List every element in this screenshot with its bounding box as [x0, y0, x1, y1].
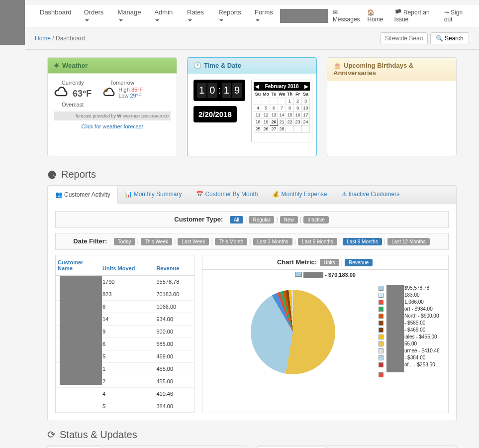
- legend-more[interactable]: [379, 372, 443, 377]
- cal-day[interactable]: 8: [286, 105, 294, 112]
- pill-all[interactable]: All: [230, 216, 243, 224]
- tab-icon: 👥: [55, 191, 63, 198]
- tab-crew-teams[interactable]: 👥Crew Teams: [152, 446, 204, 448]
- pill-this-week[interactable]: This Week: [141, 238, 172, 245]
- search-input[interactable]: [381, 32, 428, 44]
- cal-next-icon[interactable]: ▶: [304, 84, 308, 89]
- cal-day: [262, 98, 270, 105]
- cal-day[interactable]: 15: [286, 112, 294, 118]
- pill-new[interactable]: New: [280, 216, 298, 224]
- cal-day[interactable]: 1: [286, 98, 294, 105]
- cal-day[interactable]: 5: [262, 105, 270, 112]
- pill-today[interactable]: Today: [114, 238, 135, 245]
- sign-out-link[interactable]: ↪ Sign out: [444, 9, 469, 23]
- cal-day[interactable]: 27: [270, 125, 278, 132]
- customer-type-filter: Customer Type: All|Regular|New|Inactive: [55, 211, 449, 228]
- mini-calendar[interactable]: ◀February 2018▶ SuMoTuWeThFrSa1234567891…: [251, 80, 312, 142]
- customer-activity-table: Customer NameUnits MovedRevenue179095578…: [55, 255, 194, 413]
- cal-day[interactable]: 7: [278, 105, 286, 112]
- redacted-brand: [280, 9, 328, 23]
- cal-day[interactable]: 23: [294, 118, 302, 125]
- tab-orders[interactable]: 🔒Orders: [326, 446, 366, 448]
- cal-day[interactable]: 2: [294, 98, 302, 105]
- cal-prev-icon[interactable]: ◀: [255, 84, 259, 89]
- breadcrumb-home[interactable]: Home: [35, 35, 51, 42]
- nav-admin[interactable]: Admin: [149, 4, 180, 27]
- cal-day[interactable]: 3: [302, 98, 310, 105]
- nav-orders[interactable]: Orders: [79, 4, 110, 27]
- column-header[interactable]: Units Moved: [100, 255, 154, 276]
- redacted-logo: [0, 0, 25, 45]
- column-header[interactable]: Customer Name: [56, 255, 100, 276]
- cal-day[interactable]: 28: [278, 125, 286, 132]
- cal-day[interactable]: 22: [286, 118, 294, 125]
- messages-link[interactable]: ✉ Messages: [333, 9, 363, 23]
- pie-chart-icon: [47, 170, 57, 180]
- cal-day[interactable]: 26: [262, 125, 270, 132]
- pill-revenue[interactable]: Revenue: [345, 259, 373, 266]
- weather-forecast-link[interactable]: Click for weather forecast: [81, 123, 143, 129]
- home-link[interactable]: 🏠 Home: [367, 9, 389, 23]
- cal-day[interactable]: 25: [254, 125, 262, 132]
- tab-invoices[interactable]: 🔒Invoices: [366, 446, 409, 448]
- pill-last-12-months[interactable]: Last 12 Months: [387, 238, 429, 245]
- pill-last-9-months[interactable]: Last 9 Months: [343, 238, 382, 245]
- column-header[interactable]: Revenue: [154, 255, 194, 276]
- table-row[interactable]: 4410.46: [56, 388, 194, 400]
- cal-day[interactable]: 14: [278, 112, 286, 118]
- cal-day[interactable]: 16: [294, 112, 302, 118]
- search-button[interactable]: 🔍 Search: [430, 32, 469, 44]
- breadcrumb-current: Dashboard: [56, 35, 85, 42]
- pill-last-3-months[interactable]: Last 3 Months: [253, 238, 292, 245]
- weather-panel: ☀Weather Currently 63°F Overcast Tomorro…: [47, 57, 177, 156]
- cal-day[interactable]: 11: [254, 112, 262, 118]
- nav-reports[interactable]: Reports: [213, 4, 247, 27]
- pill-last-week[interactable]: Last Week: [178, 238, 209, 245]
- weather-currently-label: Currently: [54, 80, 92, 86]
- status-section-title: ⟳ Status & Updates: [47, 429, 457, 441]
- cal-day[interactable]: 9: [294, 105, 302, 112]
- cal-day[interactable]: 20: [270, 118, 278, 125]
- cal-day[interactable]: 17: [302, 112, 310, 118]
- nav-forms[interactable]: Forms: [250, 4, 280, 27]
- tab-vrs-staff[interactable]: 👥VRS Staff: [409, 446, 456, 448]
- pill-inactive[interactable]: Inactive: [303, 216, 328, 224]
- tab-icon: ⚠: [342, 191, 347, 198]
- tab-monthly-expense[interactable]: 💰Monthly Expense: [265, 186, 334, 203]
- tab-repair-totals[interactable]: 🔧Repair Totals: [48, 446, 101, 448]
- tab-monthly-summary[interactable]: 📊Monthly Summary: [118, 186, 190, 203]
- tab-inactive-customers[interactable]: ⚠Inactive Customers: [335, 186, 407, 203]
- cake-icon: 🎂: [333, 62, 341, 69]
- nav-rates[interactable]: Rates: [182, 4, 211, 27]
- pill-last-6-months[interactable]: Last 6 Months: [298, 238, 337, 245]
- revenue-pie-chart[interactable]: [251, 290, 335, 374]
- cloud-icon: [54, 86, 70, 102]
- cal-day[interactable]: 4: [254, 105, 262, 112]
- pill-units[interactable]: Units: [320, 259, 339, 266]
- pill-regular[interactable]: Regular: [249, 216, 274, 224]
- cal-day[interactable]: 6: [270, 105, 278, 112]
- tab-new-updated-data[interactable]: ⟳New/Updated Data: [258, 446, 326, 448]
- cal-day[interactable]: 21: [278, 118, 286, 125]
- cal-day[interactable]: 24: [302, 118, 310, 125]
- nav-dashboard[interactable]: Dashboard: [35, 4, 77, 27]
- cal-day[interactable]: 12: [262, 112, 270, 118]
- cal-day: [270, 98, 278, 105]
- weather-tomorrow-label: Tomorrow: [101, 80, 143, 86]
- pill-this-month[interactable]: This Month: [215, 238, 247, 245]
- time-clock: 1 0 : 1 9: [193, 80, 245, 101]
- report-issue-link[interactable]: 🏴 Report an Issue: [394, 9, 439, 23]
- cal-day[interactable]: 10: [302, 105, 310, 112]
- legend-swatch: [379, 300, 383, 305]
- cal-day[interactable]: 19: [262, 118, 270, 125]
- tab-customer-by-month[interactable]: 📅Customer By Month: [189, 186, 265, 203]
- cal-day[interactable]: 13: [270, 112, 278, 118]
- weather-temp: 63°F: [73, 89, 92, 99]
- tab-time-off[interactable]: 🕐Time Off: [204, 446, 246, 448]
- table-row[interactable]: 5384.00: [56, 400, 194, 413]
- cal-day[interactable]: 18: [254, 118, 262, 125]
- tab-customer-activity[interactable]: 👥Customer Activity: [48, 186, 118, 204]
- tab-chase-cars[interactable]: 🚗Chase Cars: [101, 446, 152, 448]
- nav-manage[interactable]: Manage: [113, 4, 147, 27]
- chart-tooltip-value: - $70,183.00: [325, 272, 356, 278]
